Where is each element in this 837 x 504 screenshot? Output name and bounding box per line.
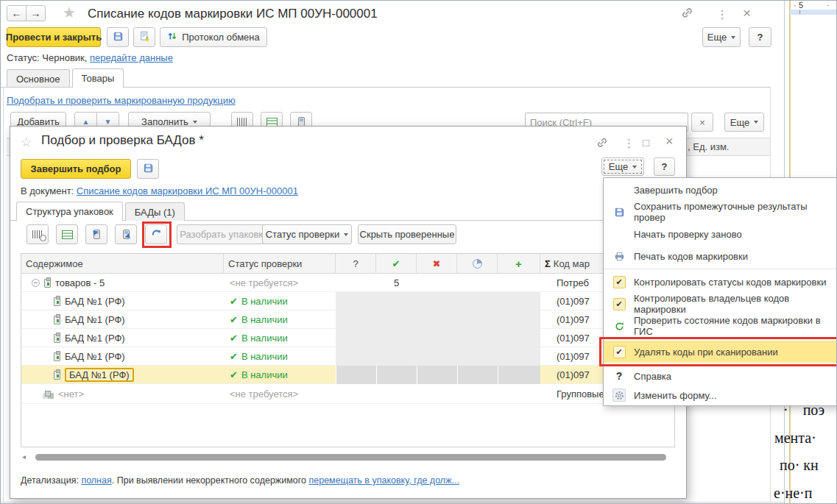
menu-item-save-intermediate[interactable]: Сохранить промежуточные результаты прове…: [604, 201, 837, 223]
arrow-up-icon: ▲: [82, 118, 90, 126]
product-bottle-icon: [54, 334, 60, 343]
favorite-star-icon[interactable]: ★: [63, 4, 76, 21]
dialog-kebab-icon[interactable]: ⋮: [624, 137, 635, 150]
checked-checkbox-icon: ✔: [611, 346, 627, 358]
col-pending[interactable]: [457, 254, 498, 274]
unpack-button[interactable]: Разобрать упаковку: [177, 224, 271, 244]
arrow-down-icon: ▼: [105, 118, 112, 126]
sigma-icon: Σ: [545, 258, 551, 269]
row-code: (01)097: [557, 314, 590, 325]
menu-item-print-codes[interactable]: Печать кодов маркировки: [604, 245, 837, 267]
collapse-expander-icon[interactable]: [32, 279, 40, 287]
window-bottom-border: [1, 502, 784, 503]
get-link-icon[interactable]: [681, 7, 693, 21]
scrollbar-thumb[interactable]: [35, 454, 666, 461]
table-row-selected[interactable]: БАД №1 (РФ) ✔В наличии (01)097: [21, 366, 674, 384]
check-icon: ✔: [230, 333, 238, 344]
dialog-save-button[interactable]: [137, 159, 159, 179]
exchange-protocol-button[interactable]: Протокол обмена: [160, 27, 267, 47]
terminal-upload-button[interactable]: [85, 224, 107, 244]
dialog-star-icon[interactable]: ☆: [21, 135, 32, 150]
table-row-group-packs[interactable]: <нет> <не требуется> Групповые упаковки …: [21, 384, 674, 404]
col-content[interactable]: Содержимое: [21, 254, 224, 274]
dialog-more-button[interactable]: Еще: [601, 157, 644, 176]
row-code: (01)097: [557, 369, 590, 380]
tab-main[interactable]: Основное: [7, 69, 70, 88]
col-present[interactable]: ✔: [376, 254, 417, 274]
dropdown-caret-icon: [632, 166, 637, 168]
main-help-button[interactable]: ?: [749, 27, 771, 47]
dialog-get-link-icon[interactable]: [596, 137, 608, 151]
detail-full-link[interactable]: полная: [81, 475, 111, 486]
terminal-upload-icon: [93, 230, 100, 239]
recheck-sync-button[interactable]: [145, 224, 167, 244]
dialog-maximize-icon[interactable]: □: [643, 136, 649, 149]
save-button[interactable]: [107, 27, 129, 47]
menu-item-label: Справка: [634, 371, 671, 382]
menu-item-delete-on-scan[interactable]: ✔ Удалять коды при сканировании: [604, 341, 837, 363]
pick-and-check-link[interactable]: Подобрать и проверить маркированную прод…: [7, 95, 236, 106]
ruler-tick: ·: [794, 1, 797, 10]
document-text-line: е·не·п: [774, 485, 812, 502]
tab-pack-structure[interactable]: Структура упаковок: [16, 202, 123, 221]
table-row-group[interactable]: товаров - 5 <не требуется> 5 Потреб: [21, 274, 674, 292]
menu-item-change-form[interactable]: Изменить форму...: [604, 386, 837, 405]
menu-item-control-statuses[interactable]: ✔ Контролировать статусы кодов маркировк…: [604, 271, 837, 293]
kebab-menu-icon[interactable]: ⋮: [716, 7, 728, 21]
exchange-protocol-label: Протокол обмена: [182, 32, 260, 43]
scroll-left-icon[interactable]: ◂: [22, 452, 26, 461]
table-row[interactable]: БАД №1 (РФ) ✔В наличии (01)097: [21, 310, 674, 329]
menu-item-finish-pick[interactable]: Завершить подбор: [604, 179, 837, 201]
send-data-link[interactable]: передайте данные: [90, 52, 173, 63]
row-code: (01)097: [557, 333, 590, 344]
col-unknown[interactable]: ?: [336, 254, 376, 274]
finish-pick-button[interactable]: Завершить подбор: [21, 159, 131, 179]
check-status-filter-button[interactable]: Статус проверки: [262, 224, 352, 244]
close-icon[interactable]: ×: [743, 5, 751, 21]
table-row[interactable]: БАД №1 (РФ) ✔В наличии (01)097: [21, 292, 674, 310]
checked-checkbox-icon: ✔: [611, 276, 627, 288]
row-count: 5: [394, 277, 399, 288]
tab-bads[interactable]: БАДы (1): [125, 202, 185, 221]
hide-checked-button[interactable]: Скрыть проверенные: [358, 224, 456, 244]
back-icon: ←: [12, 7, 22, 19]
toolbar-more-button[interactable]: Еще: [724, 113, 764, 132]
post-and-close-button[interactable]: Провести и закрыть: [7, 27, 101, 47]
ruler-tick: ·: [827, 1, 830, 10]
menu-item-check-gis-state[interactable]: Проверить состояние кодов маркировки в Г…: [604, 315, 837, 337]
list-fill-button[interactable]: [56, 224, 78, 244]
row-name: БАД №1 (РФ): [65, 296, 125, 307]
back-button[interactable]: ←: [7, 5, 27, 21]
fill-document-button[interactable]: [133, 27, 155, 47]
dialog-close-icon[interactable]: ×: [665, 134, 674, 149]
clock-icon: [473, 259, 482, 269]
move-to-pack-link[interactable]: перемещать в упаковку, где долж...: [308, 475, 459, 486]
dropdown-caret-icon: [193, 121, 197, 124]
main-more-button[interactable]: Еще: [702, 27, 741, 47]
horizontal-scrollbar[interactable]: ◂: [21, 453, 675, 462]
scan-check-button[interactable]: [27, 224, 49, 244]
terminal-download-button[interactable]: [115, 224, 137, 244]
table-row[interactable]: БАД №1 (РФ) ✔В наличии (01)097: [21, 347, 674, 366]
doc-link[interactable]: Списание кодов маркировки ИС МП 00УН-000…: [77, 185, 298, 196]
check-icon: ✔: [230, 314, 238, 325]
tab-goods[interactable]: Товары: [72, 68, 124, 88]
col-check-status[interactable]: Статус проверки: [224, 254, 336, 274]
window-title: Списание кодов маркировки ИС МП 00УН-000…: [88, 7, 378, 21]
table-row[interactable]: БАД №1 (РФ) ✔В наличии (01)097: [21, 329, 674, 347]
menu-item-help[interactable]: ? Справка: [604, 366, 837, 386]
row-name: БАД №1 (РФ): [65, 314, 125, 325]
row-name: БАД №1 (РФ): [65, 351, 125, 362]
menu-item-restart-check[interactable]: Начать проверку заново: [604, 223, 837, 245]
forward-button[interactable]: →: [26, 5, 46, 21]
main-more-label: Еще: [707, 32, 727, 43]
menu-item-label: Контролировать статусы кодов маркировки: [634, 277, 826, 288]
background-header-fragment: , Ед. изм.: [688, 141, 729, 152]
doc-label: В документ:: [21, 185, 74, 196]
dialog-help-button[interactable]: ?: [654, 157, 675, 176]
clear-search-button[interactable]: ×: [691, 113, 713, 132]
col-absent[interactable]: ✖: [417, 254, 457, 274]
col-added[interactable]: +: [498, 254, 540, 274]
check-icon: ✔: [392, 258, 400, 269]
menu-item-control-owners[interactable]: ✔ Контролировать владельцев кодов маркир…: [604, 293, 837, 315]
